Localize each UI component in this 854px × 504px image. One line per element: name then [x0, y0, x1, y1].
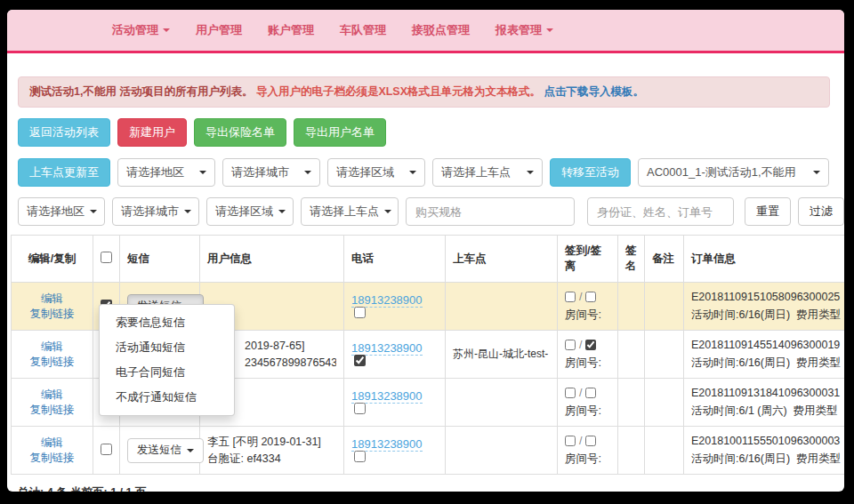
filter-pickup-point-select[interactable]: 请选择上车点 — [301, 197, 399, 226]
nav-item-report-management[interactable]: 报表管理 — [495, 22, 553, 38]
table-row: 编辑 复制链接 发送短信 李五 [不明 2019-01-31] — [12, 427, 845, 475]
sign-out-checkbox[interactable] — [585, 340, 596, 350]
download-template-link[interactable]: 点击下载导入模板。 — [544, 85, 645, 98]
header-signature: 签名 — [618, 236, 645, 283]
pickup-point-select[interactable]: 请选择上车点 — [432, 158, 543, 187]
menu-item-cancellation-notice-sms[interactable]: 不成行通知短信 — [100, 385, 234, 410]
pickup-update-bar: 上车点更新至 请选择地区 请选择城市 请选择区域 请选择上车点 转移至活动 AC… — [18, 158, 844, 187]
user-info-line1: 李五 [不明 2019-01-31] — [207, 434, 336, 451]
select-all-checkbox[interactable] — [101, 252, 112, 263]
copy-link[interactable]: 复制链接 — [19, 355, 85, 370]
remark-cell — [645, 427, 684, 475]
edit-link[interactable]: 编辑 — [19, 436, 85, 451]
nav-item-fleet-management[interactable]: 车队管理 — [340, 22, 386, 38]
select-value: 请选择区域 — [215, 204, 273, 220]
nav-item-label: 车队管理 — [340, 22, 386, 38]
transfer-to-activity-button[interactable]: 转移至活动 — [550, 158, 631, 187]
header-user-info: 用户信息 — [200, 236, 344, 283]
app-window: 活动管理 用户管理 账户管理 车队管理 接驳点管理 报表管理 测试活动1,不能用… — [7, 10, 844, 492]
filter-button[interactable]: 过滤 — [798, 197, 844, 226]
send-sms-label: 发送短信 — [137, 443, 181, 458]
filter-bar: 请选择地区 请选择城市 请选择区域 请选择上车点 重置 过滤 — [18, 197, 844, 226]
sign-in-checkbox[interactable] — [565, 436, 576, 446]
select-value: 请选择区域 — [336, 164, 394, 180]
edit-link[interactable]: 编辑 — [19, 292, 85, 307]
sign-out-checkbox[interactable] — [585, 292, 596, 302]
export-insurance-list-button[interactable]: 导出保险名单 — [194, 118, 286, 147]
phone-link[interactable]: 18913238900 — [351, 437, 423, 452]
update-pickup-point-button[interactable]: 上车点更新至 — [18, 158, 110, 187]
chevron-down-icon — [199, 171, 206, 174]
copy-link[interactable]: 复制链接 — [19, 403, 85, 418]
nav-item-shuttle-point-management[interactable]: 接驳点管理 — [412, 22, 470, 38]
edit-link[interactable]: 编辑 — [19, 340, 85, 355]
pickup-point-cell — [446, 283, 558, 331]
phone-link[interactable]: 18913238900 — [351, 389, 423, 404]
nav-item-label: 报表管理 — [495, 22, 542, 38]
chevron-down-icon — [90, 210, 97, 213]
nav-item-label: 接驳点管理 — [412, 22, 470, 38]
sign-in-checkbox[interactable] — [565, 388, 576, 398]
menu-item-e-contract-sms[interactable]: 电子合同短信 — [100, 360, 234, 385]
select-value: AC0001_1-测试活动1,不能用 — [647, 164, 796, 180]
remark-cell — [645, 331, 684, 379]
header-phone: 电话 — [344, 236, 446, 283]
target-activity-select[interactable]: AC0001_1-测试活动1,不能用 — [638, 158, 829, 187]
export-user-list-button[interactable]: 导出用户名单 — [294, 118, 386, 147]
menu-item-request-info-sms[interactable]: 索要信息短信 — [100, 310, 234, 335]
table-header-row: 编辑/复制 短信 用户信息 电话 上车点 签到/签离 签名 备注 订单信息 — [12, 236, 845, 283]
header-order-info: 订单信息 — [684, 236, 845, 283]
header-select-all — [93, 236, 120, 283]
back-to-activity-list-button[interactable]: 返回活动列表 — [18, 118, 110, 147]
header-pickup-point: 上车点 — [446, 236, 558, 283]
room-number-label: 房间号: — [565, 452, 610, 467]
sign-separator: / — [579, 435, 582, 447]
nav-item-user-management[interactable]: 用户管理 — [196, 22, 242, 38]
pickup-point-cell — [446, 379, 558, 427]
select-value: 请选择上车点 — [441, 164, 511, 180]
sign-in-checkbox[interactable] — [565, 292, 576, 302]
remark-cell — [645, 379, 684, 427]
region-select[interactable]: 请选择地区 — [117, 158, 215, 187]
city-select[interactable]: 请选择城市 — [222, 158, 320, 187]
phone-link[interactable]: 18913238900 — [351, 293, 423, 308]
order-number: E20181109131841096300031 — [691, 387, 844, 399]
sign-out-checkbox[interactable] — [585, 388, 596, 398]
phone-checkbox[interactable] — [354, 451, 366, 462]
search-input[interactable] — [587, 197, 734, 226]
filter-city-select[interactable]: 请选择城市 — [112, 197, 199, 226]
menu-item-activity-notice-sms[interactable]: 活动通知短信 — [100, 335, 234, 360]
pagination-summary: 总计: 4 条,当前页: 1 / 1 页 — [18, 485, 844, 492]
nav-item-activity-management[interactable]: 活动管理 — [112, 22, 170, 38]
filter-district-select[interactable]: 请选择区域 — [206, 197, 294, 226]
order-number: E20181001155501096300003 — [691, 435, 844, 447]
row-checkbox[interactable] — [101, 444, 112, 455]
reset-button[interactable]: 重置 — [745, 197, 791, 226]
purchase-spec-input[interactable] — [406, 197, 575, 226]
select-value: 请选择城市 — [121, 204, 179, 220]
chevron-down-icon — [409, 171, 416, 174]
phone-checkbox[interactable] — [354, 307, 366, 318]
room-number-label: 房间号: — [565, 308, 610, 323]
phone-checkbox[interactable] — [354, 403, 366, 414]
signature-cell — [618, 283, 645, 331]
chevron-down-icon — [184, 210, 191, 213]
copy-link[interactable]: 复制链接 — [19, 451, 85, 466]
nav-item-account-management[interactable]: 账户管理 — [268, 22, 314, 38]
phone-link[interactable]: 18913238900 — [351, 341, 423, 356]
send-sms-button[interactable]: 发送短信 — [127, 438, 204, 463]
chevron-down-icon — [187, 449, 194, 452]
new-user-button[interactable]: 新建用户 — [117, 118, 187, 147]
remark-cell — [645, 283, 684, 331]
sign-out-checkbox[interactable] — [585, 436, 596, 446]
district-select[interactable]: 请选择区域 — [327, 158, 425, 187]
phone-checkbox[interactable] — [354, 355, 366, 366]
filter-region-select[interactable]: 请选择地区 — [18, 197, 105, 226]
header-sign-in-out: 签到/签离 — [558, 236, 618, 283]
chevron-down-icon — [527, 171, 534, 174]
edit-link[interactable]: 编辑 — [19, 388, 85, 403]
pickup-point-cell: 苏州-昆山-城北-test- — [446, 331, 558, 379]
copy-link[interactable]: 复制链接 — [19, 307, 85, 322]
alert-activity-text: 测试活动1,不能用 活动项目的所有用户列表。 — [29, 85, 253, 98]
sign-in-checkbox[interactable] — [565, 340, 576, 350]
